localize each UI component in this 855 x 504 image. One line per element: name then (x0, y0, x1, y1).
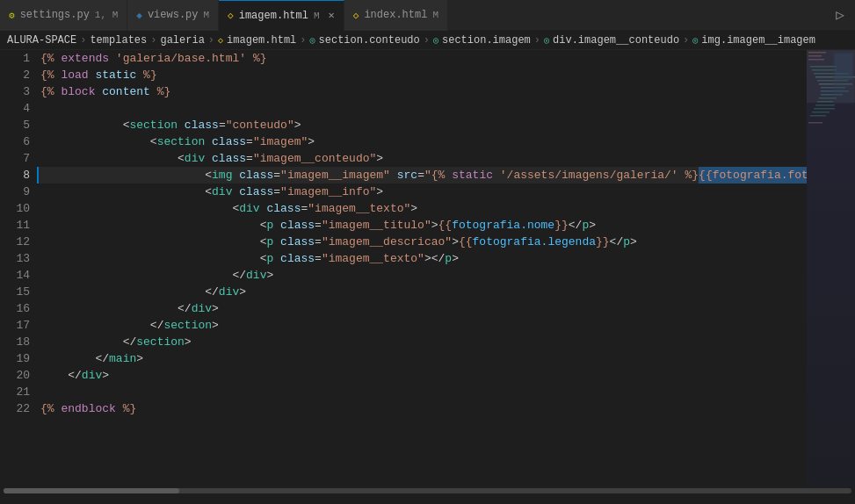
run-button[interactable]: ▷ (825, 6, 855, 24)
tab-views[interactable]: ◆ views.py M (127, 0, 219, 31)
code-line-17: </section> (37, 317, 807, 334)
code-line-11: <p class="imagem__titulo">{{fotografia.n… (37, 217, 807, 234)
code-line-22: {% endblock %} (37, 400, 807, 417)
code-line-6: <section class="imagem"> (37, 133, 807, 150)
code-7-tag: div (185, 150, 205, 167)
code-7-class-attr: class (212, 150, 246, 167)
code-6-class-attr: class (212, 133, 246, 150)
tab-imagem-label: imagem.html (239, 10, 308, 22)
ln-13: 13 (0, 250, 30, 267)
code-3-kw: block (61, 83, 95, 100)
bc-templates[interactable]: templates (90, 34, 147, 47)
tab-index[interactable]: ◇ index.html M (344, 0, 448, 31)
code-line-8: <img class="imagem__imagem" src="{% stat… (37, 167, 807, 184)
code-13-indent (40, 250, 260, 267)
views-icon: ◆ (136, 10, 142, 21)
code-1-bracket2: %} (253, 50, 267, 67)
code-12-var-close: }} (596, 234, 610, 250)
code-16-tag: div (192, 300, 212, 317)
code-8-src-open: " (424, 167, 431, 184)
code-3-bracket2: %} (157, 83, 171, 100)
bc-section-conteudo-icon: ◎ (310, 35, 315, 46)
code-2-bracket2: %} (143, 67, 157, 83)
tab-imagem[interactable]: ◇ imagem.html M ✕ (219, 0, 344, 31)
code-12-class-attr: class (280, 234, 315, 250)
tab-settings[interactable]: ⚙ settings.py 1, M (0, 0, 127, 31)
code-20-tag: div (82, 367, 102, 384)
code-16-indent (40, 300, 178, 317)
ln-15: 15 (0, 284, 30, 300)
bc-sep-5: › (424, 34, 430, 47)
code-7-indent (40, 150, 178, 167)
code-line-2: {% load static %} (37, 67, 807, 83)
svg-rect-14 (815, 104, 835, 106)
minimap[interactable] (807, 50, 855, 486)
code-17-tag: section (163, 317, 212, 334)
code-6-class-val: "imagem" (253, 133, 308, 150)
code-11-var-close: }} (554, 217, 569, 234)
code-5-class-val: "conteudo" (226, 117, 294, 133)
bc-div-imagem-conteudo[interactable]: div.imagem__conteudo (553, 34, 679, 47)
bc-sep-6: › (534, 34, 540, 47)
code-10-tag: div (239, 200, 259, 217)
tab-index-suffix: M (432, 10, 438, 20)
code-11-indent (40, 217, 260, 234)
code-22-open: {% (40, 400, 54, 417)
code-8-src-attr: src (397, 167, 417, 184)
ln-11: 11 (0, 217, 30, 234)
code-5-tag: section (129, 117, 178, 133)
code-line-10: <div class="imagem__texto"> (37, 200, 807, 217)
ln-10: 10 (0, 200, 30, 217)
code-area[interactable]: {% extends 'galeria/base.html' %} {% loa… (37, 50, 807, 486)
scrollbar-container[interactable] (0, 486, 855, 495)
code-12-var-open: {{ (459, 234, 473, 250)
code-9-indent (40, 184, 205, 200)
ln-22: 22 (0, 400, 30, 417)
settings-icon: ⚙ (9, 10, 15, 21)
scrollbar-track[interactable] (4, 488, 851, 493)
tab-settings-label: settings.py (20, 9, 90, 21)
ln-7: 7 (0, 150, 30, 167)
bc-section-imagem[interactable]: section.imagem (442, 34, 531, 47)
minimap-content (807, 50, 855, 486)
code-8-static-path: '/assets/imagens/galeria/' (500, 167, 678, 184)
code-8-class-val: "imagem__imagem" (280, 167, 390, 184)
bc-alura-space[interactable]: ALURA-SPACE (7, 34, 76, 47)
code-18-indent (40, 334, 123, 350)
ln-6: 6 (0, 133, 30, 150)
code-10-class-val: "imagem__texto" (308, 200, 410, 217)
ln-16: 16 (0, 300, 30, 317)
code-2-bracket1: {% (40, 67, 54, 83)
tab-views-suffix: M (203, 10, 209, 20)
bc-img-imagem[interactable]: img.imagem__imagem (701, 34, 815, 47)
ln-18: 18 (0, 334, 30, 350)
ln-2: 2 (0, 67, 30, 83)
minimap-viewport (807, 50, 855, 103)
bc-galeria[interactable]: galeria (160, 34, 204, 47)
code-line-15: </div> (37, 284, 807, 300)
svg-rect-16 (812, 112, 830, 113)
code-15-tag: div (219, 284, 239, 300)
code-2-static: static (95, 67, 136, 83)
code-12-var: fotografia.legenda (473, 234, 596, 250)
code-11-tag: p (266, 217, 273, 234)
code-14-tag: div (246, 267, 266, 284)
ln-21: 21 (0, 384, 30, 400)
bc-imagem-html[interactable]: imagem.html (227, 34, 296, 47)
code-line-21 (37, 384, 807, 400)
bc-sep-3: › (208, 34, 214, 47)
tab-views-label: views.py (148, 9, 199, 21)
code-19-indent (40, 350, 95, 367)
tab-imagem-close[interactable]: ✕ (329, 9, 335, 22)
code-6-tag: section (157, 133, 206, 150)
svg-rect-17 (810, 115, 826, 117)
code-12-close-tag: p (623, 234, 630, 250)
code-3-content: content (102, 83, 150, 100)
breadcrumb: ALURA-SPACE › templates › galeria › ◇ im… (0, 31, 855, 50)
code-5-class-attr: class (185, 117, 219, 133)
code-line-12: <p class="imagem__descricao">{{fotografi… (37, 234, 807, 250)
svg-rect-15 (814, 108, 835, 110)
code-11-class-attr: class (280, 217, 315, 234)
bc-section-conteudo[interactable]: section.conteudo (319, 34, 420, 47)
scrollbar-thumb[interactable] (4, 488, 179, 493)
